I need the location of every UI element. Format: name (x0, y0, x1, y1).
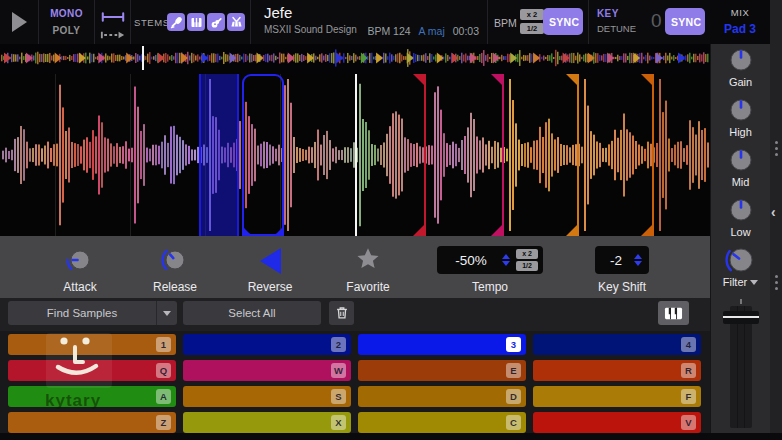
pad-4[interactable]: 4 (533, 334, 701, 355)
bpm-multiplier-buttons: x 2 1/2 (520, 9, 544, 34)
mix-knob-group-low: Low (711, 194, 770, 244)
find-samples-caret[interactable] (157, 311, 177, 316)
drag-handle-dots[interactable] (770, 138, 782, 159)
section-marker[interactable] (502, 74, 504, 236)
mono-mode-button[interactable]: MONO (39, 8, 94, 19)
playthrough-mode-button[interactable] (100, 26, 126, 36)
key-shift-value-box[interactable]: -2 (595, 246, 649, 274)
favorite-button[interactable] (338, 246, 398, 274)
section-marker[interactable] (577, 74, 579, 236)
pad-X[interactable]: X (183, 412, 351, 433)
pad-2[interactable]: 2 (183, 334, 351, 355)
pad-key-badge: 2 (331, 337, 346, 352)
tempo-half-button[interactable]: 1/2 (516, 261, 538, 271)
pad-E[interactable]: E (358, 360, 526, 381)
pad-region[interactable] (199, 74, 239, 236)
beat-gridline (55, 74, 56, 236)
filter-label-row[interactable]: Filter (723, 276, 758, 288)
marker-flag (413, 225, 424, 236)
section-marker[interactable] (424, 74, 426, 236)
drums-stem-button[interactable] (227, 13, 245, 31)
filter-knob[interactable] (725, 244, 757, 275)
pad-V[interactable]: V (533, 412, 701, 433)
step-down-icon[interactable] (502, 261, 510, 266)
pad-3[interactable]: 3 (358, 334, 526, 355)
attack-control: Attack (50, 246, 110, 294)
reverse-button[interactable] (260, 248, 281, 274)
release-knob[interactable] (145, 246, 205, 274)
play-button[interactable] (0, 0, 38, 44)
pad-region[interactable] (242, 74, 284, 236)
delete-button[interactable] (329, 301, 354, 325)
marker-flag (566, 225, 577, 236)
reverse-label: Reverse (240, 280, 300, 294)
mix-knob-gain[interactable] (726, 44, 756, 75)
pad-C[interactable]: C (358, 412, 526, 433)
favorite-label: Favorite (338, 280, 398, 294)
tempo-x2-button[interactable]: x 2 (516, 249, 538, 259)
waveform-overview[interactable] (0, 44, 710, 74)
track-title: Jefe (264, 4, 292, 21)
detune-value[interactable]: 0 (651, 10, 662, 32)
section-marker[interactable] (652, 74, 654, 236)
chevron-down-icon (750, 280, 758, 285)
tempo-value-box[interactable]: -50% x 2 1/2 (437, 246, 543, 274)
stems-section: STEMS (130, 0, 250, 44)
pad-Z[interactable]: Z (8, 412, 176, 433)
collapse-panel-chevron[interactable]: ‹ (771, 204, 776, 220)
find-samples-dropdown[interactable]: Find Samples (8, 301, 177, 325)
drag-handle-dots[interactable] (770, 272, 782, 293)
key-shift-value[interactable]: -2 (600, 253, 632, 268)
marker-flag (641, 74, 652, 85)
poly-mode-button[interactable]: POLY (39, 25, 94, 36)
guitar-stem-button[interactable] (207, 13, 225, 31)
pad-S[interactable]: S (183, 386, 351, 407)
fader-handle[interactable] (723, 311, 759, 324)
tempo-value[interactable]: -50% (442, 253, 500, 268)
step-up-icon[interactable] (502, 254, 510, 259)
pad-F[interactable]: F (533, 386, 701, 407)
keyboard-mode-button[interactable] (658, 301, 689, 325)
pad-key-badge: X (331, 415, 346, 430)
mix-knob-mid[interactable] (726, 144, 756, 175)
stem-buttons (167, 13, 245, 31)
overview-waveform-canvas[interactable] (0, 48, 710, 68)
active-pad-label: Pad 3 (710, 22, 770, 36)
region-corner (274, 226, 284, 236)
step-down-icon[interactable] (634, 261, 642, 266)
pad-R[interactable]: R (533, 360, 701, 381)
oneshot-mode-button[interactable] (100, 8, 126, 18)
attack-label: Attack (50, 280, 110, 294)
mix-title: MIX (710, 7, 770, 18)
release-control: Release (145, 246, 205, 294)
waveform-display[interactable] (0, 74, 710, 236)
pad-W[interactable]: W (183, 360, 351, 381)
bpm-x2-button[interactable]: x 2 (520, 9, 544, 20)
attack-knob[interactable] (50, 246, 110, 274)
trim-range-icon (100, 12, 126, 22)
piano-keys-stem-button[interactable] (187, 13, 205, 31)
fader-track[interactable] (730, 306, 752, 428)
tempo-stepper[interactable] (502, 254, 510, 266)
key-sync-button[interactable]: SYNC (665, 8, 705, 35)
mix-knob-low[interactable] (726, 194, 756, 225)
tempo-label: Tempo (437, 280, 543, 294)
key-shift-stepper[interactable] (634, 254, 642, 266)
microphone-stem-button[interactable] (167, 13, 185, 31)
pad-key-badge: C (506, 415, 521, 430)
track-readout: BPM 124 A maj 00:03 (362, 25, 479, 37)
mix-knob-high[interactable] (726, 94, 756, 125)
time-readout: 00:03 (453, 25, 479, 37)
microphone-icon (170, 16, 183, 29)
bpm-half-button[interactable]: 1/2 (520, 23, 544, 34)
stems-label: STEMS (134, 17, 170, 28)
pad-key-badge: W (331, 363, 346, 378)
pad-key-badge: Z (156, 415, 171, 430)
sampler-plugin-window: MONO POLY STEMS Jefe MSXII Sound Design … (0, 0, 782, 440)
bpm-label: BPM (494, 17, 517, 29)
step-up-icon[interactable] (634, 254, 642, 259)
pad-volume-fader[interactable] (711, 297, 771, 433)
bpm-sync-button[interactable]: SYNC (543, 8, 583, 35)
select-all-button[interactable]: Select All (183, 301, 321, 325)
pad-D[interactable]: D (358, 386, 526, 407)
